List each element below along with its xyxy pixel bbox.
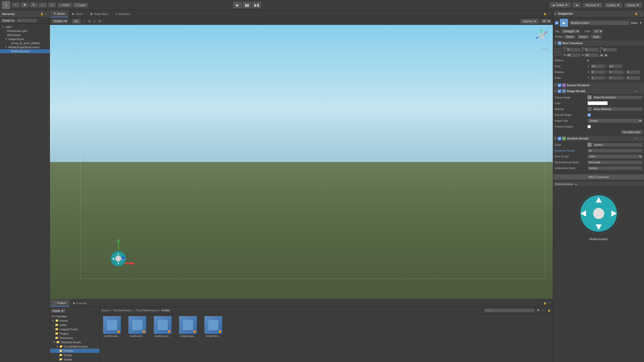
scene-menu-icon[interactable]: ≡ — [548, 12, 551, 15]
asset-lock-icon[interactable]: 🔒 — [547, 309, 551, 312]
scalez-input[interactable] — [626, 76, 640, 80]
tree-item-lowpolytump[interactable]: 📁 LowpolyTrump — [50, 327, 100, 331]
script-input[interactable] — [593, 143, 642, 147]
tree-item-scripts[interactable]: 📁 Scripts — [50, 353, 100, 357]
align-btn1[interactable]: ■ — [600, 53, 603, 57]
preview-expand[interactable]: ▶ — [575, 183, 577, 186]
collab-button[interactable]: ☁ Collab ▼ — [550, 2, 571, 8]
asset-mobileaircraft[interactable]: MobileAircraf... — [153, 316, 173, 337]
bottom-lock-icon[interactable]: 🔒 — [543, 301, 547, 305]
component-menu-icon[interactable]: ⋮ — [638, 42, 642, 45]
cloud-button[interactable]: ☁ — [573, 2, 581, 8]
account-button[interactable]: Account ▼ — [583, 3, 602, 8]
scene-canvas[interactable]: ▲ ▼ ◀ ▶ — [50, 25, 553, 299]
rect-tool[interactable]: ▭ — [48, 2, 56, 8]
scaley-input[interactable] — [609, 76, 622, 80]
2d-button[interactable]: 2D — [72, 19, 81, 24]
horizontal-axis-input[interactable] — [588, 160, 642, 164]
tree-item-plugins[interactable]: 📁 Plugins — [50, 331, 100, 336]
add-component-button[interactable]: Add Component — [553, 174, 644, 180]
preserve-aspect-checkbox[interactable] — [588, 125, 591, 128]
tab-asset-store[interactable]: ◉ Asset Store — [87, 10, 112, 17]
hierarchy-menu-icon[interactable]: ≡ — [45, 12, 48, 15]
layer-select[interactable]: UI — [593, 29, 603, 33]
image-script-header[interactable]: ▼ I Image (Script) ⚙ ⋮ — [553, 88, 644, 94]
breadcrumb-standard[interactable]: Standard Assets — [113, 309, 131, 312]
source-image-input[interactable] — [593, 96, 642, 99]
asset-mobiletiltco[interactable]: MobileTiltCo... — [203, 316, 223, 337]
component-menu-icon[interactable]: ⋮ — [638, 137, 642, 140]
prefab-apply-button[interactable]: Apply — [591, 35, 602, 39]
rect-transform-header[interactable]: ▼ T Rect Transform ⋮ — [553, 40, 644, 46]
hierarchy-item-mobilejoystick[interactable]: MobileJoystick — [0, 49, 50, 53]
all-select[interactable]: All — [541, 19, 551, 23]
tab-scene[interactable]: ☀ Scene — [50, 10, 69, 17]
hierarchy-item-mobilestick[interactable]: ▼ MobileSingleStickControl — [0, 45, 50, 49]
asset-mobilesingle[interactable]: MobileSingle... — [178, 316, 198, 337]
hierarchy-search-input[interactable] — [17, 19, 37, 23]
prefab-select-button[interactable]: Select — [564, 35, 576, 39]
material-input[interactable] — [593, 107, 642, 111]
image-script-checkbox[interactable] — [558, 89, 561, 93]
shading-mode-select[interactable]: Shaded — [51, 19, 68, 23]
hierarchy-create-button[interactable]: Create ▼ — [1, 19, 16, 23]
move-tool[interactable]: ✚ — [21, 2, 29, 8]
play-button[interactable]: ▶ — [233, 2, 242, 9]
local-button[interactable]: □ Local — [73, 3, 88, 8]
prefab-revert-button[interactable]: Revert — [577, 35, 589, 39]
component-menu-icon[interactable]: ⋮ — [638, 89, 642, 93]
layers-button[interactable]: Layers ▼ — [604, 3, 622, 8]
scene-settings-icon[interactable]: ⚙ — [98, 19, 102, 24]
breadcrumb-assets[interactable]: Assets — [101, 309, 109, 312]
tab-animator[interactable]: ⊙ Animator — [112, 10, 134, 17]
axes-to-use-select[interactable]: Both — [588, 154, 642, 159]
audio-icon[interactable]: ♫ — [93, 19, 96, 24]
posx-input[interactable] — [566, 48, 580, 52]
canvas-renderer-header[interactable]: ▼ C Canvas Renderer ⋮ — [553, 82, 644, 88]
scale-tool[interactable]: ↔ — [39, 3, 47, 8]
tree-item-sprites[interactable]: 📁 Sprites — [50, 357, 100, 361]
object-active-checkbox[interactable] — [555, 21, 558, 25]
step-button[interactable]: ▶▮ — [252, 2, 261, 9]
pivotx-input[interactable] — [591, 64, 605, 68]
width-input[interactable] — [566, 53, 580, 57]
hand-tool[interactable]: ⚐ — [12, 2, 20, 8]
inspector-menu-icon[interactable]: ≡ — [639, 12, 642, 15]
color-swatch[interactable] — [588, 101, 608, 105]
set-native-size-button[interactable]: Set Native Size — [621, 130, 642, 134]
hierarchy-item-trump[interactable]: trump_lp_anim_iddle01 — [0, 41, 50, 45]
posz-input[interactable] — [603, 48, 617, 52]
rotate-tool[interactable]: ↻ — [30, 2, 37, 8]
hierarchy-item-imagetarget[interactable]: ▼ ImageTarget — [0, 37, 50, 41]
movement-range-input[interactable] — [588, 149, 642, 153]
roty-input[interactable] — [609, 70, 622, 74]
asset-options-icon[interactable]: ≡ — [542, 309, 545, 312]
height-input[interactable] — [585, 53, 599, 57]
inspector-lock-icon[interactable]: 🔒 — [634, 12, 638, 15]
tree-item-editor[interactable]: 📁 Editor — [50, 323, 100, 327]
tree-item-favorites[interactable]: ★ Favorites — [50, 314, 100, 318]
rotx-input[interactable] — [591, 70, 605, 74]
tree-item-standard-assets[interactable]: ▼ 📁 Standard Assets — [50, 340, 100, 344]
component-settings-icon[interactable]: ⚙ — [634, 137, 637, 140]
posy-input[interactable] — [585, 48, 599, 52]
tab-console[interactable]: ▶ Console — [70, 299, 90, 307]
pivot-button[interactable]: ○ Pivot — [58, 3, 72, 8]
canvas-renderer-checkbox[interactable] — [558, 84, 561, 87]
scene-lock-icon[interactable]: 🔒 — [543, 12, 547, 15]
project-create-button[interactable]: Create ▼ — [51, 309, 66, 313]
bottom-menu-icon[interactable]: ≡ — [548, 301, 551, 305]
asset-search-input[interactable] — [484, 308, 535, 313]
anchors-expand[interactable]: ▶ — [588, 59, 590, 62]
rotz-input[interactable] — [626, 70, 640, 74]
joystick-script-checkbox[interactable] — [558, 137, 561, 140]
tag-select[interactable]: Untagged — [561, 29, 580, 33]
tab-game[interactable]: ▶ Game — [69, 10, 87, 17]
vertical-axis-input[interactable] — [588, 166, 642, 170]
hierarchy-item-directional-light[interactable]: Directional Light — [0, 29, 50, 33]
hierarchy-item-arcamera[interactable]: ARCamera — [0, 33, 50, 37]
gizmos-button[interactable]: Gizmos ▼ — [520, 19, 539, 24]
image-type-select[interactable]: Simple — [588, 119, 642, 123]
breadcrumb-cross[interactable]: CrossPlatformInput — [136, 309, 157, 312]
light-icon[interactable]: ☼ — [82, 19, 86, 24]
